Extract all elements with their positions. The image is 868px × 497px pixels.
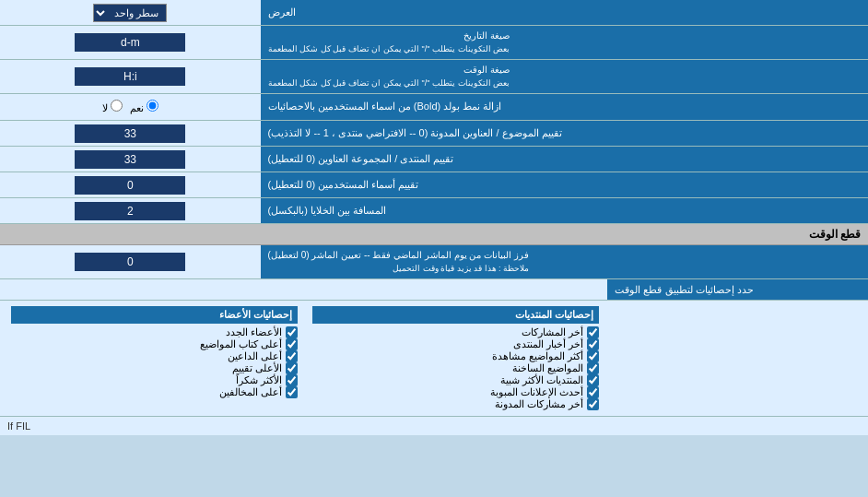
time-cut-label: فرز البيانات من يوم الماشر الماضي فقط --… — [261, 245, 868, 278]
date-format-label: صيغة التاريخبعض التكوينات يتطلب "/" التي… — [261, 26, 868, 59]
display-select[interactable]: سطر واحد سطرين ثلاثة أسطر — [93, 4, 167, 22]
date-format-input[interactable] — [75, 33, 185, 52]
display-label: العرض — [261, 0, 868, 25]
display-input-cell: سطر واحد سطرين ثلاثة أسطر — [0, 0, 261, 25]
forum-sort-input[interactable] — [75, 150, 185, 169]
stats-apply-label: حدد إحصائيات لتطبيق قطع الوقت — [607, 279, 868, 300]
topics-sort-input-cell — [0, 121, 261, 146]
forum-sort-label: تقييم المنتدى / المجموعة العناوين (0 للت… — [261, 147, 868, 172]
checkbox-top-invited[interactable]: أعلى الداعين — [11, 350, 298, 362]
time-format-input[interactable] — [75, 67, 185, 86]
time-format-input-cell — [0, 60, 261, 93]
checkbox-blog-posts[interactable]: أخر مشاركات المدونة — [312, 398, 599, 410]
forum-sort-row: تقييم المنتدى / المجموعة العناوين (0 للت… — [0, 147, 868, 172]
checkbox-forum-news[interactable]: أخر أخبار المنتدى — [312, 338, 599, 350]
cell-spacing-input[interactable] — [75, 202, 185, 220]
topics-sort-row: تقييم الموضوع / العناوين المدونة (0 -- ا… — [0, 121, 868, 147]
stats-members-header: إحصائيات الأعضاء — [11, 306, 298, 324]
forum-sort-input-cell — [0, 147, 261, 172]
checkbox-top-rated[interactable]: الأعلى تقييم — [11, 362, 298, 374]
checkbox-similar-forums[interactable]: المنتديات الأكثر شبية — [312, 374, 599, 386]
bold-radio-group: نعم لا — [95, 97, 166, 117]
checkbox-hot-topics[interactable]: المواضيع الساخنة — [312, 362, 599, 374]
users-sort-label: تقييم أسماء المستخدمين (0 للتعطيل) — [261, 172, 868, 197]
topics-sort-input[interactable] — [75, 124, 185, 143]
checkbox-top-writers[interactable]: أعلى كتاب المواضيع — [11, 338, 298, 350]
checkbox-classified-ads[interactable]: أحدث الإعلانات المبوبة — [312, 386, 599, 398]
users-sort-input-cell — [0, 172, 261, 197]
time-format-label: صيغة الوقتبعض التكوينات يتطلب "/" التي ي… — [261, 60, 868, 93]
cell-spacing-row: المسافة بين الخلايا (بالبكسل) — [0, 198, 868, 224]
checkboxes-area: إحصائيات المنتديات أخر المشاركات أخر أخب… — [0, 301, 868, 417]
bold-remove-input-cell: نعم لا — [0, 94, 261, 120]
users-sort-row: تقييم أسماء المستخدمين (0 للتعطيل) — [0, 172, 868, 198]
date-format-row: صيغة التاريخبعض التكوينات يتطلب "/" التي… — [0, 26, 868, 60]
time-cut-header: قطع الوقت — [0, 224, 868, 245]
checkbox-new-members[interactable]: الأعضاء الجدد — [11, 326, 298, 338]
display-row: العرض سطر واحد سطرين ثلاثة أسطر — [0, 0, 868, 26]
time-format-row: صيغة الوقتبعض التكوينات يتطلب "/" التي ي… — [0, 60, 868, 94]
bold-remove-row: ازالة نمط بولد (Bold) من اسماء المستخدمي… — [0, 94, 868, 121]
checkbox-most-thanked[interactable]: الأكثر شكراً — [11, 374, 298, 386]
stats-apply-row: حدد إحصائيات لتطبيق قطع الوقت — [0, 279, 868, 301]
date-format-input-cell — [0, 26, 261, 59]
bold-no-radio[interactable] — [111, 100, 123, 112]
time-cut-row: فرز البيانات من يوم الماشر الماضي فقط --… — [0, 245, 868, 279]
checkbox-most-viewed[interactable]: أكثر المواضيع مشاهدة — [312, 350, 599, 362]
checkbox-last-posts[interactable]: أخر المشاركات — [312, 326, 599, 338]
time-cut-input[interactable] — [75, 253, 185, 271]
stats-forums-column: إحصائيات المنتديات أخر المشاركات أخر أخب… — [305, 306, 606, 410]
cell-spacing-label: المسافة بين الخلايا (بالبكسل) — [261, 198, 868, 223]
main-container: العرض سطر واحد سطرين ثلاثة أسطر صيغة الت… — [0, 0, 868, 435]
cell-spacing-input-cell — [0, 198, 261, 223]
users-sort-input[interactable] — [75, 176, 185, 195]
bold-remove-label: ازالة نمط بولد (Bold) من اسماء المستخدمي… — [261, 94, 868, 120]
stats-forums-header: إحصائيات المنتديات — [312, 306, 599, 324]
time-cut-input-cell — [0, 245, 261, 278]
topics-sort-label: تقييم الموضوع / العناوين المدونة (0 -- ا… — [261, 121, 868, 146]
checkbox-top-violators[interactable]: أعلى المخالفين — [11, 386, 298, 398]
stats-members-column: إحصائيات الأعضاء الأعضاء الجدد أعلى كتاب… — [4, 306, 305, 410]
checkboxes-spacer — [606, 306, 864, 410]
bold-yes-radio[interactable] — [147, 100, 158, 112]
if-fil-text: If FIL — [0, 417, 868, 435]
